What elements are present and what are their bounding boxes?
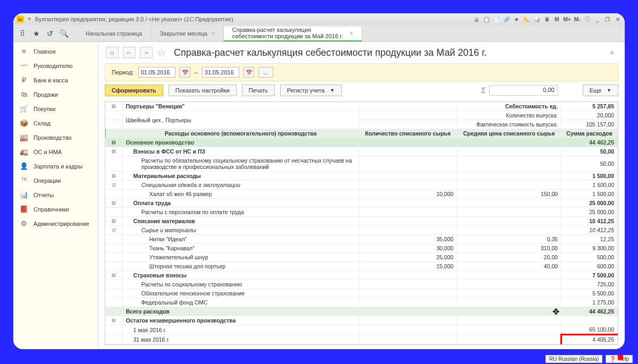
recording-indicator: [618, 354, 623, 360]
report-row[interactable]: ⊟Основное производство44 462,25: [106, 138, 618, 147]
forward-button[interactable]: →: [140, 47, 153, 58]
print-button[interactable]: Печать: [242, 84, 275, 96]
memory-m-button[interactable]: М: [553, 15, 561, 23]
report-row[interactable]: ⊟Взносы в ФСС от НС и ПЗ50,00: [106, 147, 618, 156]
generate-button[interactable]: Сформировать: [105, 84, 163, 96]
calendar-icon[interactable]: 📅: [180, 67, 190, 78]
sidebar-item[interactable]: 📦Склад: [13, 116, 98, 130]
page-title: Справка-расчет калькуляция себестоимости…: [174, 47, 487, 58]
tab-close-icon[interactable]: ×: [212, 31, 215, 37]
report-row[interactable]: Халат хб жен 46 размер10,000150,001 500,…: [106, 190, 618, 199]
report-row[interactable]: ⊟Остаток незавершенного производства: [106, 316, 618, 325]
sidebar-item[interactable]: 🛍Продажи: [13, 87, 98, 101]
sidebar-item[interactable]: 〰Руководителю: [13, 58, 98, 73]
report-row[interactable]: Расчеты с персоналом по оплате труда25 0…: [106, 208, 618, 217]
report-row[interactable]: ⊟Сырье и материалы10 412,25: [106, 226, 618, 235]
top-nav: ⠿ ★ ↺ 🔍 Начальная страница Закрытие меся…: [13, 25, 625, 42]
titlebar-tool-icon[interactable]: 📐: [523, 15, 531, 23]
sidebar-item[interactable]: ₽Банк и касса: [13, 73, 98, 87]
calendar-icon[interactable]: 📅: [244, 67, 254, 78]
sidebar-icon: 📊: [20, 191, 28, 199]
tab-home[interactable]: Начальная страница: [77, 27, 151, 41]
sidebar-icon: 📕: [20, 205, 28, 213]
sidebar-item[interactable]: 📕Справочники: [13, 202, 98, 216]
memory-mplus-button[interactable]: М+: [563, 15, 571, 23]
titlebar-tool-icon[interactable]: 📊: [533, 15, 541, 23]
titlebar-tool-icon[interactable]: 🖨: [472, 15, 480, 23]
search-icon[interactable]: 🔍: [58, 28, 70, 39]
sidebar-icon: 〰: [20, 62, 28, 70]
report-row[interactable]: Расчеты по социальному страхованию725,00: [106, 280, 618, 289]
info-icon[interactable]: ⓘ: [583, 15, 591, 23]
sidebar-item[interactable]: 📊Отчеты: [13, 188, 98, 202]
report-row[interactable]: Обязательное пенсионное страхование5 500…: [106, 289, 618, 298]
period-dash: –: [195, 69, 198, 75]
sidebar-icon: ≡: [20, 47, 28, 55]
show-settings-button[interactable]: Показать настройки: [169, 84, 237, 96]
sidebar-item[interactable]: 🛒Покупки: [13, 101, 98, 116]
star-icon[interactable]: ☆: [157, 46, 166, 59]
sidebar-label: Склад: [33, 120, 51, 126]
tab-report[interactable]: Справка-расчет калькуляция себестоимости…: [224, 27, 362, 41]
sum-input[interactable]: 0,00: [489, 85, 558, 96]
report-row[interactable]: ⊟Специальная одежда в эксплуатации1 500,…: [106, 181, 618, 190]
favorite-icon[interactable]: ★: [30, 28, 42, 39]
date-from-input[interactable]: 01.05.2016: [138, 67, 175, 78]
sidebar-icon: ₽: [20, 76, 28, 84]
report-row[interactable]: Федеральный фонд ОМС1 275,00: [106, 298, 618, 307]
logo-1c-icon: 1c: [16, 15, 24, 23]
report-row[interactable]: Ткань "Карнавал"30,000310,009 300,00: [106, 244, 618, 253]
sidebar-label: Банк и касса: [33, 77, 68, 83]
titlebar-tool-icon[interactable]: ★: [513, 15, 521, 23]
report-row[interactable]: 1 мая 2016 г.65 100,00: [106, 325, 618, 335]
sidebar-item[interactable]: ᵀᴷОперации: [13, 173, 98, 188]
sidebar-item[interactable]: 👤Зарплата и кадры: [13, 159, 98, 173]
report-row[interactable]: ⊟Оплата труда25 000,00: [106, 199, 618, 208]
report-row[interactable]: Всего расходов44 462,25: [106, 307, 618, 316]
titlebar-tool-icon[interactable]: 📄: [492, 15, 500, 23]
close-icon[interactable]: ✕: [614, 15, 622, 23]
tab-close-icon[interactable]: ×: [350, 30, 353, 36]
close-page-button[interactable]: ×: [607, 48, 617, 57]
dropdown-icon[interactable]: ▼: [27, 16, 32, 22]
sidebar-label: Операции: [33, 177, 61, 184]
sidebar-icon: 🏭: [20, 133, 28, 141]
report-row[interactable]: Нитки "Идеал"35,0000,3512,25: [106, 235, 618, 244]
report-row[interactable]: ⊟Страховые взносы7 500,00: [106, 271, 618, 280]
report-row[interactable]: ⊟Списание материалов10 412,25: [106, 217, 618, 226]
tab-closing[interactable]: Закрытие месяца×: [151, 27, 223, 41]
sidebar-label: Покупки: [33, 106, 55, 112]
report-row[interactable]: ⊟Материальные расходы1 500,00: [106, 172, 618, 181]
register-button[interactable]: Регистр учета▼: [280, 84, 342, 96]
report-row[interactable]: Шторная тесьма для портьер15,00040,00600…: [106, 262, 618, 271]
sum-icon: Σ: [481, 86, 486, 95]
page-header: ⌂ ← → ☆ Справка-расчет калькуляция себес…: [98, 42, 625, 63]
report-row[interactable]: Расчеты по обязательному социальному стр…: [106, 156, 618, 172]
sidebar-item[interactable]: ⚙Администрирование: [13, 216, 98, 231]
titlebar-tool-icon[interactable]: 🔗: [502, 15, 510, 23]
sidebar-icon: 🚛: [20, 148, 28, 156]
sidebar-icon: ᵀᴷ: [20, 176, 28, 184]
period-picker-button[interactable]: ...: [258, 67, 273, 78]
restore-icon[interactable]: ❐: [603, 15, 611, 23]
sidebar-item[interactable]: 🚛ОС и НМА: [13, 145, 98, 159]
sidebar-item[interactable]: 🏭Производство: [13, 130, 98, 145]
titlebar: 1c ▼ Бухгалтерия предприятия, редакция 3…: [13, 13, 625, 25]
sidebar-item[interactable]: ≡Главное: [13, 44, 98, 58]
report-area[interactable]: ⊟Портьеры "Венеция"Себестоимость ед.5 25…: [105, 101, 618, 345]
sidebar-icon: 🛍: [20, 90, 28, 98]
report-row[interactable]: 31 мая 2016 г.4 405,25: [106, 335, 618, 344]
history-icon[interactable]: ↺: [44, 28, 56, 39]
sidebar-label: ОС и НМА: [33, 149, 62, 155]
date-to-input[interactable]: 31.05.2016: [202, 67, 239, 78]
minimize-icon[interactable]: _: [593, 15, 601, 23]
titlebar-tool-icon[interactable]: 🖩: [543, 15, 551, 23]
apps-icon[interactable]: ⠿: [16, 28, 28, 39]
sidebar-label: Руководителю: [33, 63, 72, 69]
memory-mminus-button[interactable]: М-: [573, 15, 581, 23]
titlebar-tool-icon[interactable]: 📋: [482, 15, 490, 23]
report-row[interactable]: Утяжелительный шнур25,00020,00500,00: [106, 253, 618, 262]
home-button[interactable]: ⌂: [106, 47, 119, 58]
back-button[interactable]: ←: [123, 47, 136, 58]
more-button[interactable]: Еще▼: [583, 84, 618, 96]
